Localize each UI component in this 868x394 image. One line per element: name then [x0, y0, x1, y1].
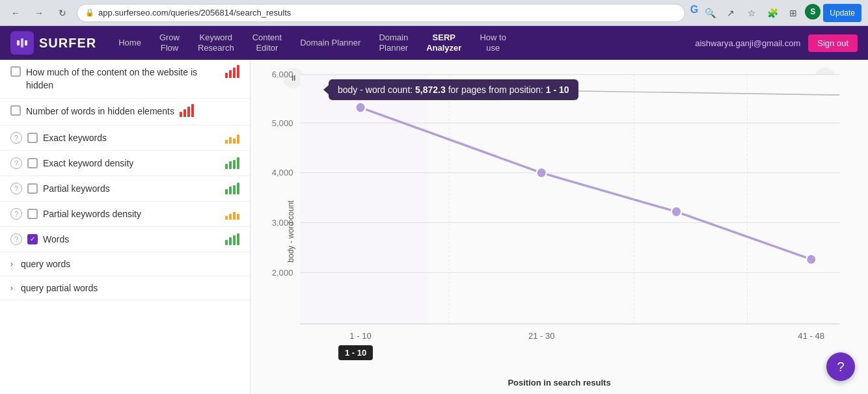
svg-rect-1: [21, 38, 23, 47]
main-layout: How much of the content on the website i…: [0, 60, 868, 394]
svg-text:1 - 10: 1 - 10: [349, 331, 371, 341]
position-badge: 1 - 10: [338, 345, 373, 360]
query-words-label: query words: [21, 259, 70, 269]
nav-domain-planner[interactable]: DomainPlanner: [370, 26, 417, 60]
checkbox-words[interactable]: [27, 234, 38, 244]
bar-chart-partial-keywords-density: [225, 208, 239, 220]
logo-area: SURFER: [10, 31, 96, 55]
browser-chrome: ← → ↻ 🔒 app.surferseo.com/queries/205681…: [0, 0, 868, 26]
data-point-4[interactable]: [806, 254, 816, 265]
bar-chart-hidden-words: [180, 105, 194, 117]
x-axis-title: Position in search results: [508, 378, 610, 387]
svg-text:21 - 30: 21 - 30: [528, 331, 555, 341]
sidebar-item-partial-keywords-density: ? Partial keywords density: [0, 202, 250, 227]
svg-text:5,000: 5,000: [272, 118, 293, 127]
checkbox-partial-keywords-density[interactable]: [27, 209, 38, 219]
data-point-2[interactable]: [537, 168, 547, 178]
chart-area: ⏸ ⏸ SURFER body - word count 2,000 3,000…: [251, 60, 868, 394]
browser-actions: G 🔍 ↗ ☆ 🧩 ⊞ S Update: [690, 4, 861, 22]
expand-arrow-query-words: ›: [10, 259, 13, 269]
sidebar-item-words: ? Words: [0, 227, 250, 252]
grid-icon-btn[interactable]: ⊞: [784, 4, 802, 22]
nav-home[interactable]: Home: [109, 26, 150, 60]
svg-text:3,000: 3,000: [272, 218, 293, 228]
hidden-content-label: How much of the content on the website i…: [26, 66, 220, 92]
nav-grow-flow[interactable]: GrowFlow: [150, 26, 189, 60]
google-g-icon: G: [690, 4, 698, 22]
brand-name: SURFER: [39, 36, 96, 51]
address-bar[interactable]: 🔒 app.surferseo.com/queries/2056814/sear…: [77, 4, 685, 22]
expand-arrow-query-partial-words: ›: [10, 283, 13, 293]
help-icon-exact-keyword-density[interactable]: ?: [10, 157, 22, 169]
exact-keyword-density-label: Exact keyword density: [43, 158, 220, 168]
sidebar-item-partial-keywords: ? Partial keywords: [0, 176, 250, 202]
nav-audit[interactable]: Domain Planner: [291, 26, 370, 60]
left-sidebar: How much of the content on the website i…: [0, 60, 251, 394]
data-point-1[interactable]: [355, 102, 365, 112]
extensions-icon-btn[interactable]: 🧩: [763, 4, 781, 22]
exact-keywords-label: Exact keywords: [43, 133, 220, 143]
nav-how-to-use[interactable]: How touse: [470, 26, 515, 60]
sidebar-item-query-words[interactable]: › query words: [0, 252, 250, 276]
refresh-button[interactable]: ↻: [53, 4, 72, 22]
user-avatar: S: [805, 4, 821, 20]
svg-rect-0: [17, 40, 20, 46]
bar-chart-hidden-content: [225, 66, 239, 78]
sidebar-item-hidden-words: Number of words in hidden elements: [0, 99, 250, 125]
nav-serp-analyzer[interactable]: SERPAnalyzer: [417, 26, 470, 60]
nav-content-editor[interactable]: ContentEditor: [243, 26, 292, 60]
back-button[interactable]: ←: [7, 4, 25, 22]
svg-text:4,000: 4,000: [272, 168, 293, 177]
help-icon-partial-keywords-density[interactable]: ?: [10, 208, 22, 220]
help-icon-partial-keywords[interactable]: ?: [10, 183, 22, 194]
partial-keywords-density-label: Partial keywords density: [43, 209, 220, 219]
checkbox-hidden-words[interactable]: [10, 105, 21, 116]
bar-chart-exact-keywords: [225, 132, 239, 144]
forward-button[interactable]: →: [30, 4, 48, 22]
chart-svg: 2,000 3,000 4,000 5,000 6,000 1 - 10 21 …: [251, 60, 868, 368]
words-label: Words: [43, 234, 220, 244]
query-partial-words-label: query partial words: [21, 283, 98, 293]
sidebar-item-exact-keywords: ? Exact keywords: [0, 125, 250, 151]
checkbox-exact-keywords[interactable]: [27, 133, 38, 143]
checkbox-exact-keyword-density[interactable]: [27, 158, 38, 168]
sidebar-item-exact-keyword-density: ? Exact keyword density: [0, 151, 250, 176]
lock-icon: 🔒: [85, 8, 94, 17]
app-header: SURFER Home GrowFlow KeywordResearch Con…: [0, 26, 868, 60]
sign-out-button[interactable]: Sign out: [808, 34, 858, 52]
data-point-3[interactable]: [671, 207, 681, 217]
sidebar-item-hidden-content: How much of the content on the website i…: [0, 60, 250, 99]
bookmark-icon-btn[interactable]: ☆: [742, 4, 761, 22]
header-right: aishwarya.ganji@gmail.com Sign out: [695, 34, 858, 52]
user-email: aishwarya.ganji@gmail.com: [695, 38, 800, 48]
help-icon-exact-keywords[interactable]: ?: [10, 132, 22, 144]
svg-rect-2: [25, 40, 27, 46]
help-icon-words[interactable]: ?: [10, 233, 22, 245]
nav-keyword-research[interactable]: KeywordResearch: [189, 26, 243, 60]
update-button[interactable]: Update: [823, 4, 861, 22]
help-fab-button[interactable]: ?: [826, 352, 855, 381]
share-icon-btn[interactable]: ↗: [722, 4, 740, 22]
svg-text:6,000: 6,000: [272, 70, 293, 79]
bar-chart-exact-keyword-density: [225, 157, 239, 169]
url-text: app.surferseo.com/queries/2056814/search…: [98, 8, 291, 18]
svg-text:41 - 48: 41 - 48: [798, 331, 824, 341]
logo-box: [10, 31, 34, 55]
checkbox-partial-keywords[interactable]: [27, 183, 38, 194]
partial-keywords-label: Partial keywords: [43, 183, 220, 194]
svg-text:2,000: 2,000: [272, 268, 293, 278]
bar-chart-partial-keywords: [225, 183, 239, 194]
sidebar-item-query-partial-words[interactable]: › query partial words: [0, 276, 250, 300]
checkbox-hidden-content[interactable]: [10, 66, 21, 77]
bar-chart-words: [225, 233, 239, 245]
hidden-words-label: Number of words in hidden elements: [26, 105, 174, 118]
search-icon-btn[interactable]: 🔍: [701, 4, 719, 22]
